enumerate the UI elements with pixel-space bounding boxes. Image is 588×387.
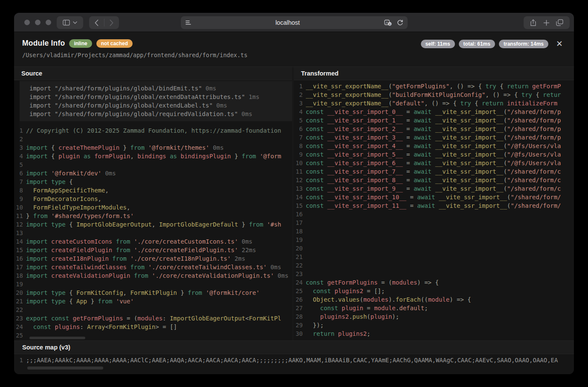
line-number: 11 (294, 167, 306, 176)
code-line: 6import '@formkit/dev' 0ms (14, 169, 292, 177)
sidebar-icon (63, 20, 70, 26)
page-title: Module Info (22, 39, 65, 48)
code-line: 21 (294, 253, 574, 261)
close-window-button[interactable] (24, 20, 30, 25)
reader-view-icon[interactable] (185, 20, 191, 26)
minimize-window-button[interactable] (35, 20, 41, 25)
line-number: 24 (294, 278, 306, 287)
code-line: 18import createValidationPlugin from './… (14, 271, 292, 280)
line-number: 30 (294, 329, 306, 338)
code-line: 1__vite_ssr_exportName__("getFormPlugins… (294, 82, 574, 90)
sidebar-toggle-button[interactable] (57, 16, 83, 29)
source-pre-imports: import "/shared/form/plugins/global/bind… (20, 81, 292, 121)
code-line: 6const __vite_ssr_import_2__ = await __v… (294, 125, 574, 133)
code-line: 4import { plugin as formPlugin, bindings… (14, 152, 292, 160)
url-text[interactable]: localhost (191, 19, 384, 26)
inline-badge: inline (69, 39, 92, 48)
code-line: 25 const plugins2 = []; (294, 287, 574, 295)
code-line: 10const __vite_ssr_import_6__ = await __… (294, 159, 574, 167)
code-line: 5const __vite_ssr_import_1__ = await __v… (294, 116, 574, 125)
source-code: 1// Copyright (C) 2012-2025 Zammad Found… (14, 126, 292, 340)
code-line: 11const __vite_ssr_import_7__ = await __… (294, 167, 574, 176)
code-line: 15const __vite_ssr_import_11__ = await _… (294, 201, 574, 210)
self-time-badge: self: 11ms (421, 40, 455, 48)
line-number: 13 (14, 229, 26, 237)
code-line: 17import createTailwindClasses from './c… (14, 263, 292, 271)
sourcemap-title: Source map (v3) (14, 341, 574, 354)
back-button[interactable] (90, 16, 104, 29)
forward-button[interactable] (104, 16, 119, 29)
zoom-window-button[interactable] (46, 20, 51, 25)
line-number: 2 (14, 135, 26, 143)
line-number: 24 (14, 323, 26, 331)
source-horizontal-scrollbar[interactable] (29, 337, 85, 339)
code-line: 14import createCustomIcons from './core/… (14, 237, 292, 246)
reload-icon[interactable] (397, 20, 403, 26)
new-tab-icon[interactable] (543, 20, 550, 26)
tab-overview-icon[interactable] (556, 19, 563, 26)
browser-titlebar: localhost A x (14, 13, 574, 32)
code-line: 3import { createThemePlugin } from '@for… (14, 143, 292, 152)
line-number: 28 (294, 312, 306, 321)
source-code-area[interactable]: import "/shared/form/plugins/global/bind… (14, 80, 292, 340)
close-icon[interactable]: ✕ (553, 38, 565, 49)
line-number: 16 (294, 210, 306, 218)
share-icon[interactable] (530, 19, 536, 26)
code-line: 2__vite_ssr_exportName__("buildFormKitPl… (294, 90, 574, 99)
line-number: 11 (14, 212, 26, 220)
code-line: 15import createFieldPlugin from './core/… (14, 246, 292, 254)
sourcemap-horizontal-scrollbar[interactable] (27, 367, 103, 370)
line-number: 22 (14, 306, 26, 314)
sourcemap-section: Source map (v3) 1;;;AAEA;AAAkC;AAAA;AAAA… (14, 340, 574, 374)
code-line: 9 FormDecoratorIcons, (14, 195, 292, 203)
code-line: 28 plugins2.push(plugin); (294, 312, 574, 321)
source-panel-title: Source (14, 67, 292, 80)
transformed-panel: Transformed 1__vite_ssr_exportName__("ge… (294, 67, 574, 340)
code-line: import "/shared/form/plugins/global/exte… (29, 93, 292, 101)
code-line: import "/shared/form/plugins/global/requ… (29, 110, 292, 118)
line-number: 23 (294, 270, 306, 278)
code-line: import "/shared/form/plugins/global/bind… (29, 84, 292, 93)
line-number: 9 (294, 150, 306, 159)
line-number: 3 (14, 143, 26, 152)
line-number: 22 (294, 261, 306, 270)
code-line: 20import type { FormKitConfig, FormKitPl… (14, 288, 292, 297)
code-line: 3__vite_ssr_exportName__("default", () =… (294, 99, 574, 108)
line-number: 1 (294, 82, 306, 90)
line-number: 17 (14, 263, 26, 271)
titlebar-actions (524, 16, 570, 29)
code-line: 14const __vite_ssr_import_10__ = await _… (294, 193, 574, 201)
address-bar[interactable]: localhost A x (181, 16, 408, 29)
browser-window: localhost A x (14, 13, 574, 374)
line-number: 23 (14, 314, 26, 323)
line-number: 5 (14, 160, 26, 169)
code-line: 7import type { (14, 177, 292, 186)
code-line: 20 (294, 244, 574, 253)
code-line: 23 (294, 270, 574, 278)
svg-text:x: x (389, 22, 391, 26)
line-number: 7 (294, 133, 306, 142)
code-line: 8const __vite_ssr_import_4__ = await __v… (294, 142, 574, 150)
timing-metrics: self: 11ms total: 61ms transform: 14ms (421, 40, 548, 48)
transformed-code-area[interactable]: 1__vite_ssr_exportName__("getFormPlugins… (294, 80, 574, 340)
code-line: 24const getFormPlugins = (modules) => { (294, 278, 574, 287)
line-number: 6 (14, 169, 26, 177)
source-panel: Source import "/shared/form/plugins/glob… (14, 67, 292, 340)
line-number: 15 (294, 201, 306, 210)
not-cached-badge: not cached (96, 39, 133, 48)
line-number: 4 (14, 152, 26, 160)
code-line: 11} from '#shared/types/form.ts' (14, 212, 292, 220)
code-line: 2 (14, 135, 292, 143)
code-line: 27 const plugin = module.default; (294, 304, 574, 312)
line-number: 6 (294, 125, 306, 133)
module-info-header: Module Info inline not cached self: 11ms… (14, 32, 574, 67)
line-number: 12 (294, 176, 306, 184)
code-line: 4const __vite_ssr_import_0__ = await __v… (294, 108, 574, 116)
svg-text:A: A (385, 20, 388, 25)
line-number: 18 (14, 271, 26, 280)
code-line: 1;;;AAEA;AAAkC;AAAA;AAAA;AAAA;AAClC;AAEA… (14, 355, 574, 364)
code-line: 12import type { ImportGlobEagerOutput, I… (14, 220, 292, 229)
line-number: 19 (14, 280, 26, 288)
line-number: 25 (14, 331, 26, 340)
translate-icon[interactable]: A x (384, 20, 392, 26)
